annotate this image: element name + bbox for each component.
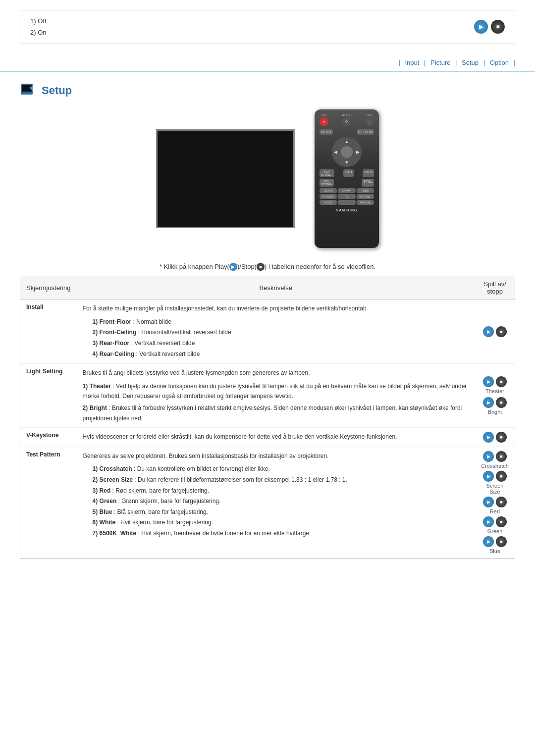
nav-input[interactable]: Input bbox=[405, 59, 419, 66]
bright-play-icon[interactable]: ▶ bbox=[483, 397, 494, 408]
testpattern-label: Test Pattern bbox=[20, 447, 77, 558]
green-stop-icon[interactable]: ■ bbox=[496, 516, 507, 527]
nav-option[interactable]: Option bbox=[490, 59, 509, 66]
bright-stop-icon[interactable]: ■ bbox=[496, 397, 507, 408]
remote-off-btn[interactable]: ○ bbox=[365, 117, 374, 126]
remote-nav-circle[interactable]: ▲ ▼ ◀ ▶ bbox=[332, 137, 362, 167]
light-desc: Brukes til å angi bildets lysstyrke ved … bbox=[77, 364, 475, 428]
setup-icon bbox=[20, 82, 38, 100]
red-play-icon[interactable]: ▶ bbox=[483, 497, 494, 507]
top-section: 1) Off 2) On ▶ ■ bbox=[20, 10, 515, 44]
remote-source-grid: VIDEO COMP HDMI S-VIDEO PC INSTALL PSIZE… bbox=[318, 188, 376, 205]
remote-hdmi-btn[interactable]: HDMI bbox=[357, 188, 374, 193]
nav-setup[interactable]: Setup bbox=[462, 59, 479, 66]
crosshatch-label: Crosshatch bbox=[481, 463, 509, 469]
stop-inline-icon: ■ bbox=[257, 263, 265, 271]
remote-svideo-btn[interactable]: S-VIDEO bbox=[320, 194, 337, 199]
light-icons: ▶ ■ Theater ▶ ■ Bright bbox=[475, 364, 515, 428]
install-desc: For å støtte mulige mangler på installas… bbox=[77, 300, 475, 364]
blue-play-icon[interactable]: ▶ bbox=[483, 536, 494, 547]
remote-control: ON ● AUTO ⟳ OFF ○ MENU RETURN ▲ ▼ ◀ ▶ bbox=[315, 109, 379, 248]
vkeystone-stop-icon[interactable]: ■ bbox=[496, 432, 507, 443]
install-icons: ▶ ■ bbox=[475, 300, 515, 364]
remote-still-row: KEYSTONE- STILL bbox=[318, 179, 376, 187]
instruction-text: * Klikk på knappen Play( bbox=[160, 263, 229, 270]
screensize-label: Screen Size bbox=[481, 483, 509, 495]
top-icons: ▶ ■ bbox=[474, 20, 505, 34]
remote-video-btn[interactable]: VIDEO bbox=[320, 188, 337, 193]
bright-label: Bright bbox=[481, 409, 509, 415]
stop-icon[interactable]: ■ bbox=[491, 20, 505, 34]
col-header-icons: Spill av/ stopp bbox=[475, 276, 515, 300]
remote-menu-row: MENU RETURN bbox=[318, 129, 376, 135]
table-row: Light Setting Brukes til å angi bildets … bbox=[20, 364, 515, 428]
play-icon[interactable]: ▶ bbox=[474, 20, 488, 34]
green-label: Green bbox=[481, 528, 509, 534]
table-row: Install For å støtte mulige mangler på i… bbox=[20, 300, 515, 364]
vkeystone-play-icon[interactable]: ▶ bbox=[483, 432, 494, 443]
remote-return-btn[interactable]: RETURN bbox=[357, 129, 374, 135]
table-row: Test Pattern Genereres av selve projekto… bbox=[20, 447, 515, 558]
screensize-play-icon[interactable]: ▶ bbox=[483, 471, 494, 482]
remote-pmode-btn[interactable]: PMODE bbox=[357, 200, 374, 205]
remote-info-btn[interactable]: INFO bbox=[363, 169, 374, 177]
remote-pc-btn[interactable]: PC bbox=[338, 194, 355, 199]
remote-nav-center[interactable] bbox=[341, 146, 353, 158]
theater-stop-icon[interactable]: ■ bbox=[496, 376, 507, 387]
screensize-stop-icon[interactable]: ■ bbox=[496, 471, 507, 482]
vkeystone-desc: Hvis videoscener er fordreid eller skrås… bbox=[77, 428, 475, 447]
blue-label: Blue bbox=[481, 548, 509, 554]
vkeystone-label: V-Keystone bbox=[20, 428, 77, 447]
remote-still-btn[interactable]: STILL bbox=[362, 179, 374, 187]
video-instruction: * Klikk på knappen Play(▶)/Stop(■) i tab… bbox=[20, 263, 515, 271]
remote-auto-btn[interactable]: ⟳ bbox=[342, 117, 351, 126]
remote-extra-row: KEYSTONE+ EXIT INFO bbox=[318, 169, 376, 177]
red-label: Red bbox=[481, 508, 509, 514]
instruction-mid: )/Stop( bbox=[237, 263, 257, 270]
remote-on-btn[interactable]: ● bbox=[320, 117, 328, 126]
top-item2: 2) On bbox=[30, 27, 47, 38]
blue-stop-icon[interactable]: ■ bbox=[496, 536, 507, 547]
nav-bar: | Input | Picture | Setup | Option | bbox=[0, 54, 535, 72]
setup-title-row: Setup bbox=[20, 82, 515, 100]
light-label: Light Setting bbox=[20, 364, 77, 428]
remote-menu-btn[interactable]: MENU bbox=[320, 129, 333, 135]
main-table-section: Skjermjustering Beskrivelse Spill av/ st… bbox=[20, 276, 515, 559]
remote-exit-btn[interactable]: EXIT bbox=[343, 169, 354, 177]
table-row: V-Keystone Hvis videoscener er fordreid … bbox=[20, 428, 515, 447]
testpattern-icons: ▶ ■ Crosshatch ▶ ■ Screen Size bbox=[475, 447, 515, 558]
nav-picture[interactable]: Picture bbox=[430, 59, 450, 66]
testpattern-desc: Genereres av selve projektoren. Brukes s… bbox=[77, 447, 475, 558]
main-table: Skjermjustering Beskrivelse Spill av/ st… bbox=[20, 276, 515, 558]
remote-keystone-minus-btn[interactable]: KEYSTONE- bbox=[320, 179, 334, 187]
table-header-row: Skjermjustering Beskrivelse Spill av/ st… bbox=[20, 276, 515, 300]
install-stop-icon[interactable]: ■ bbox=[496, 326, 507, 337]
remote-install-btn[interactable]: INSTALL bbox=[357, 194, 374, 199]
theater-play-icon[interactable]: ▶ bbox=[483, 376, 494, 387]
top-text: 1) Off 2) On bbox=[30, 15, 47, 39]
remote-brand-label: SAMSUNG bbox=[336, 208, 358, 212]
play-inline-icon: ▶ bbox=[229, 263, 237, 271]
remote-blank-btn[interactable] bbox=[338, 200, 355, 205]
install-label: Install bbox=[20, 300, 77, 364]
remote-comp-btn[interactable]: COMP bbox=[338, 188, 355, 193]
top-item1: 1) Off bbox=[30, 15, 47, 27]
media-section: ON ● AUTO ⟳ OFF ○ MENU RETURN ▲ ▼ ◀ ▶ bbox=[20, 109, 515, 248]
screen-preview bbox=[156, 129, 295, 228]
col-header-label: Skjermjustering bbox=[20, 276, 77, 300]
crosshatch-stop-icon[interactable]: ■ bbox=[496, 451, 507, 462]
col-header-desc: Beskrivelse bbox=[77, 276, 475, 300]
install-play-icon[interactable]: ▶ bbox=[483, 326, 494, 337]
crosshatch-play-icon[interactable]: ▶ bbox=[483, 451, 494, 462]
theater-label: Theater bbox=[481, 388, 509, 394]
remote-psize-btn[interactable]: PSIZE bbox=[320, 200, 337, 205]
instruction-end: ) i tabellen nedenfor for å se videofile… bbox=[265, 263, 375, 270]
red-stop-icon[interactable]: ■ bbox=[496, 497, 507, 507]
remote-top-row: ON ● AUTO ⟳ OFF ○ bbox=[318, 113, 376, 126]
green-play-icon[interactable]: ▶ bbox=[483, 516, 494, 527]
vkeystone-icons: ▶ ■ bbox=[475, 428, 515, 447]
remote-keystone-btn[interactable]: KEYSTONE+ bbox=[320, 169, 334, 177]
setup-title-text: Setup bbox=[42, 84, 72, 97]
